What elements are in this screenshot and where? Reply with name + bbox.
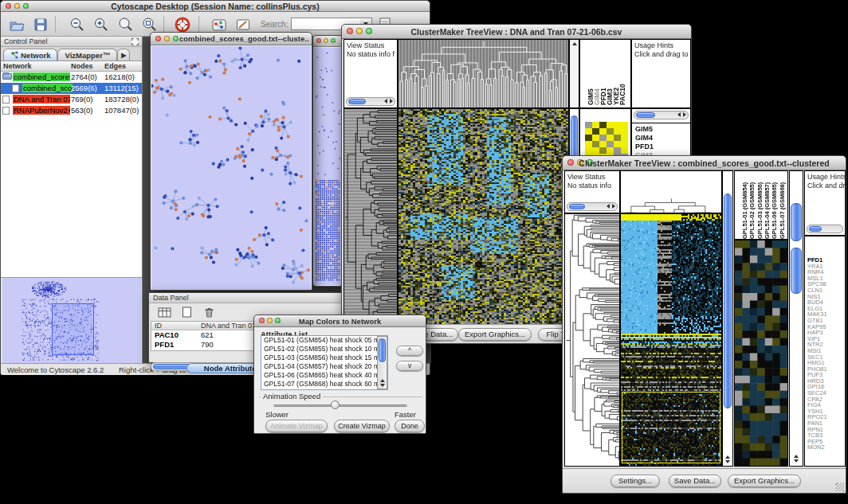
scrollbar-thumb[interactable]	[636, 112, 655, 118]
col-id[interactable]: ID	[155, 322, 162, 330]
scroll-up-icon[interactable]	[725, 455, 730, 459]
background-network-canvas[interactable]	[314, 48, 341, 285]
row-dendrogram-canvas[interactable]	[344, 109, 397, 325]
scrollbar-thumb[interactable]	[569, 204, 585, 209]
zoom-matrix-cell[interactable]	[614, 147, 621, 154]
new-attribute-button[interactable]	[178, 305, 195, 319]
column-dendrogram-canvas[interactable]	[621, 171, 721, 213]
scroll-right-icon[interactable]	[683, 112, 686, 117]
select-attributes-button[interactable]	[155, 305, 173, 319]
animate-vizmap-button[interactable]: Animate Vizmap	[265, 420, 328, 432]
column-dendrogram-canvas[interactable]	[398, 40, 568, 107]
zoom-out-button[interactable]	[68, 15, 87, 34]
scrollbar-thumb[interactable]	[348, 99, 366, 104]
tv1-heatmap[interactable]	[398, 108, 569, 326]
resize-grip[interactable]	[835, 483, 844, 491]
create-vizmap-button[interactable]: Create Vizmap	[334, 420, 390, 432]
network-row[interactable]: DNA and Tran 07 769(0) 183728(0)	[1, 94, 142, 105]
scroll-left-icon[interactable]	[607, 204, 610, 209]
gene-label[interactable]: GIM5	[632, 125, 690, 134]
scroll-up-icon[interactable]	[380, 379, 385, 382]
birdseye-canvas[interactable]	[2, 278, 138, 361]
speed-slider-thumb[interactable]	[331, 400, 340, 409]
network-row[interactable]: RNAPuberNov2+ 563(0) 107847(0)	[1, 105, 142, 116]
attribute-item[interactable]: GPL51-02 (GSM855) heat shock 10 min	[261, 345, 387, 354]
zoom-matrix-cell[interactable]	[599, 122, 607, 128]
col-network[interactable]: Network	[3, 62, 32, 70]
scroll-up-icon[interactable]	[572, 42, 577, 45]
zoom-matrix-cell[interactable]	[592, 135, 599, 141]
zoom-matrix-cell[interactable]	[621, 141, 628, 147]
global-heatmap-canvas[interactable]	[621, 214, 721, 466]
tab-network[interactable]: Network	[3, 49, 57, 61]
scrollbar-thumb[interactable]	[724, 193, 732, 408]
zoom-matrix-cell[interactable]	[621, 135, 628, 141]
tab-vizmapper[interactable]: VizMapper™	[57, 49, 117, 61]
column-label[interactable]: GPL51-08 (GSM872)	[786, 172, 788, 239]
zoom-matrix-cell[interactable]	[592, 141, 599, 147]
settings-button[interactable]: Settings...	[610, 475, 660, 487]
attribute-item[interactable]: GPL51-04 (GSM857) heat shock 20 min	[261, 362, 387, 371]
attribute-list-scrollbar[interactable]	[377, 336, 387, 389]
done-button[interactable]: Done	[395, 420, 425, 432]
zoom-matrix-cell[interactable]	[585, 128, 592, 135]
network-row[interactable]: combined_sco 2569(6) 13112(15)	[1, 83, 142, 94]
float-panel-icon[interactable]	[132, 38, 139, 45]
col-edges[interactable]: Edges	[104, 62, 126, 70]
scroll-left-icon[interactable]	[677, 112, 681, 117]
tv2-zoom-vscrollbar[interactable]	[789, 170, 803, 467]
zoom-matrix-cell[interactable]	[607, 135, 614, 141]
attribute-list[interactable]: GPL51-01 (GSM854) heat shock 05 minGPL51…	[261, 335, 388, 390]
zoom-matrix-cell[interactable]	[592, 147, 599, 154]
heatmap-canvas[interactable]	[398, 109, 568, 325]
zoom-matrix-cell[interactable]	[621, 147, 628, 154]
zoom-button[interactable]	[331, 38, 336, 43]
scroll-left-icon[interactable]	[384, 99, 387, 104]
gene-label[interactable]: PFD1	[632, 143, 690, 151]
attribute-item[interactable]: GPL51-06 (GSM865) heat shock 40 min	[261, 371, 387, 380]
tv1-col-scroll-strip[interactable]	[569, 39, 579, 108]
tv2-zoom-heatmap[interactable]	[734, 240, 788, 467]
column-label[interactable]: GPL51-07 (GSM868)	[779, 172, 787, 239]
attribute-item[interactable]: GPL51-01 (GSM854) heat shock 05 min	[261, 336, 387, 345]
tv1-column-dendrogram[interactable]	[398, 39, 569, 108]
zoom-matrix-cell[interactable]	[607, 147, 614, 154]
attribute-item[interactable]: GPL51-07 (GSM868) heat shock 60 min	[261, 380, 387, 389]
zoom-matrix-cell[interactable]	[599, 141, 607, 147]
zoom-matrix-cell[interactable]	[614, 128, 621, 135]
attribute-item[interactable]: GPL51-03 (GSM856) heat shock 15 min	[261, 354, 387, 362]
treeview2-titlebar[interactable]: ClusterMaker TreeView : combined_scores_…	[563, 156, 846, 170]
open-file-button[interactable]	[7, 15, 26, 34]
zoom-matrix-cell[interactable]	[621, 128, 628, 135]
tv1-row-dendrogram[interactable]	[344, 108, 398, 326]
speed-slider-track[interactable]	[273, 404, 407, 407]
minimize-button[interactable]	[324, 38, 328, 43]
export-graphics-button[interactable]: Export Graphics...	[728, 475, 801, 487]
scroll-up-icon[interactable]	[794, 455, 799, 458]
scroll-down-icon[interactable]	[725, 460, 730, 463]
export-graphics-button[interactable]: Export Graphics...	[458, 328, 532, 341]
zoom-matrix-cell[interactable]	[614, 135, 621, 141]
gene-label[interactable]: MON2	[805, 444, 845, 451]
scroll-right-icon[interactable]	[612, 204, 615, 209]
tv2-column-dendrogram[interactable]	[620, 170, 722, 213]
tv1-status-scrollbar[interactable]	[346, 97, 395, 106]
column-label[interactable]: PAC10	[618, 73, 626, 105]
zoom-selected-button[interactable]	[116, 15, 135, 34]
scrollbar-thumb[interactable]	[791, 248, 802, 294]
tv2-hints-scrollbar[interactable]	[807, 225, 843, 233]
network-row[interactable]: combined_scores 2764(0) 16218(0)	[1, 72, 142, 83]
birdseye-view[interactable]	[2, 278, 141, 363]
zoom-matrix-cell[interactable]	[585, 147, 592, 154]
zoom-matrix-cell[interactable]	[599, 147, 607, 154]
treeview1-titlebar[interactable]: ClusterMaker TreeView : DNA and Tran 07-…	[342, 25, 691, 39]
main-titlebar[interactable]: Cytoscape Desktop (Session Name: collins…	[1, 1, 430, 12]
tv2-global-heatmap[interactable]	[620, 213, 722, 467]
scroll-down-icon[interactable]	[794, 459, 799, 463]
delete-attribute-button[interactable]	[200, 305, 218, 319]
tv2-row-dendrogram[interactable]	[564, 213, 620, 467]
zoom-matrix-cell[interactable]	[599, 128, 607, 135]
zoom-matrix-cell[interactable]	[614, 141, 621, 147]
scroll-down-icon[interactable]	[380, 384, 385, 387]
network-view-titlebar[interactable]: combined_scores_good.txt--cluste...	[151, 33, 312, 45]
